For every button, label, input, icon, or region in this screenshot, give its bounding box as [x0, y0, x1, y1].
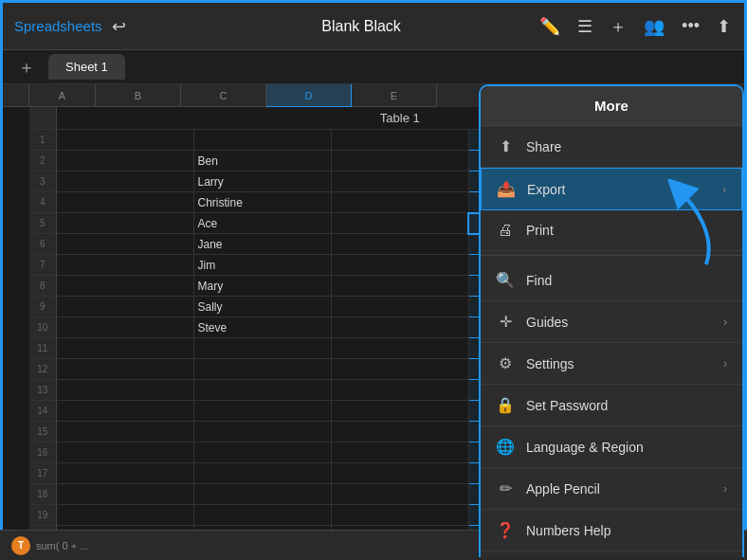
menu-item-guides[interactable]: ✛Guides›: [481, 301, 742, 343]
find-icon: 🔍: [496, 271, 515, 289]
grid-cell[interactable]: [331, 255, 468, 276]
formula-bar[interactable]: sum( 0 + ...: [36, 540, 88, 551]
grid-cell[interactable]: [56, 380, 193, 401]
grid-cell[interactable]: [331, 338, 468, 359]
history-button[interactable]: ↩: [110, 14, 128, 39]
grid-cell[interactable]: [331, 380, 468, 401]
grid-cell[interactable]: [56, 338, 193, 359]
grid-cell[interactable]: [331, 443, 468, 463]
grid-cell[interactable]: [193, 484, 331, 505]
grid-cell[interactable]: [193, 443, 331, 463]
grid-cell[interactable]: [331, 484, 468, 505]
menu-item-applepencil[interactable]: ✏Apple Pencil›: [481, 468, 742, 510]
grid-cell[interactable]: [331, 234, 468, 255]
share-label: Share: [526, 139, 727, 154]
grid-cell[interactable]: [331, 192, 468, 213]
grid-cell[interactable]: [56, 297, 193, 317]
grid-cell[interactable]: Steve: [193, 317, 331, 338]
grid-cell[interactable]: [193, 130, 331, 151]
share-button[interactable]: ⬆: [715, 14, 733, 39]
export-chevron-icon: ›: [722, 183, 726, 196]
print-icon: 🖨: [496, 222, 515, 239]
grid-cell[interactable]: Mary: [193, 276, 331, 297]
app-name[interactable]: Spreadsheets: [14, 18, 102, 34]
grid-cell[interactable]: [56, 505, 193, 526]
grid-cell[interactable]: [193, 380, 331, 401]
row-number: 13: [29, 380, 56, 401]
numbershelp-icon: ❓: [496, 521, 515, 539]
grid-cell[interactable]: [331, 213, 468, 234]
grid-cell[interactable]: [56, 359, 193, 380]
sheet-tab[interactable]: Sheet 1: [48, 54, 125, 80]
guides-icon: ✛: [496, 313, 515, 331]
applepencil-icon: ✏: [496, 479, 515, 497]
grid-cell[interactable]: [331, 505, 468, 526]
grid-cell[interactable]: [331, 422, 468, 443]
grid-cell[interactable]: [56, 213, 193, 234]
grid-cell[interactable]: Sally: [193, 297, 331, 317]
menu-item-share[interactable]: ⬆Share: [481, 126, 742, 168]
grid-cell[interactable]: [56, 317, 193, 338]
grid-cell[interactable]: Jim: [193, 255, 331, 276]
menu-item-language[interactable]: 🌐Language & Region: [481, 426, 742, 468]
grid-cell[interactable]: [331, 463, 468, 484]
grid-cell[interactable]: Jane: [193, 234, 331, 255]
grid-cell[interactable]: Christine: [193, 192, 331, 213]
grid-cell[interactable]: Ace: [193, 213, 331, 234]
grid-cell[interactable]: Ben: [193, 151, 331, 172]
grid-cell[interactable]: [56, 463, 193, 484]
col-header-c: C: [181, 84, 266, 107]
grid-cell[interactable]: [56, 172, 193, 192]
grid-cell[interactable]: [193, 401, 331, 422]
grid-cell[interactable]: [331, 151, 468, 172]
menu-item-numbershelp[interactable]: ❓Numbers Help: [481, 510, 742, 551]
grid-cell[interactable]: [56, 401, 193, 422]
grid-cell[interactable]: [331, 317, 468, 338]
grid-cell[interactable]: [193, 505, 331, 526]
grid-cell[interactable]: [56, 484, 193, 505]
menu-item-print[interactable]: 🖨Print: [481, 210, 742, 251]
settings-chevron-icon: ›: [723, 357, 727, 370]
row-number: 2: [29, 151, 56, 172]
grid-cell[interactable]: [56, 255, 193, 276]
top-bar-right: ✏️ ☰ ＋ 👥 ••• ⬆: [537, 13, 733, 40]
grid-cell[interactable]: [193, 338, 331, 359]
grid-cell[interactable]: [331, 401, 468, 422]
grid-cell[interactable]: [331, 297, 468, 317]
grid-cell[interactable]: [56, 130, 193, 151]
grid-cell[interactable]: [193, 463, 331, 484]
grid-cell[interactable]: [193, 422, 331, 443]
grid-cell[interactable]: [56, 443, 193, 463]
format-button[interactable]: ☰: [575, 14, 594, 39]
grid-cell[interactable]: [56, 234, 193, 255]
more-button[interactable]: •••: [680, 14, 701, 38]
guides-label: Guides: [526, 315, 712, 330]
row-number: 9: [29, 297, 56, 317]
grid-cell[interactable]: [331, 172, 468, 192]
row-number: 19: [29, 505, 56, 526]
grid-cell[interactable]: [56, 276, 193, 297]
menu-item-setpassword[interactable]: 🔒Set Password: [481, 385, 742, 426]
menu-item-find[interactable]: 🔍Find: [481, 260, 742, 301]
menu-item-export[interactable]: 📤Export›: [481, 168, 742, 210]
grid-cell[interactable]: [331, 130, 468, 151]
row-number: 15: [29, 422, 56, 443]
row-number: 7: [29, 255, 56, 276]
bottom-left: T sum( 0 + ...: [11, 536, 88, 555]
grid-cell[interactable]: Larry: [193, 172, 331, 192]
grid-cell[interactable]: [56, 422, 193, 443]
dropdown-menu: More ⬆Share📤Export›🖨Print🔍Find✛Guides›⚙S…: [479, 84, 744, 560]
grid-cell[interactable]: [56, 151, 193, 172]
grid-cell[interactable]: [331, 359, 468, 380]
grid-cell[interactable]: [331, 276, 468, 297]
row-number: 12: [29, 359, 56, 380]
row-number: 18: [29, 484, 56, 505]
collab-button[interactable]: 👥: [642, 14, 666, 39]
add-sheet-button[interactable]: ＋: [12, 56, 41, 79]
grid-cell[interactable]: [193, 359, 331, 380]
menu-item-settings[interactable]: ⚙Settings›: [481, 343, 742, 385]
add-button[interactable]: ＋: [608, 13, 629, 40]
annotate-button[interactable]: ✏️: [537, 14, 562, 39]
row-number: 10: [29, 317, 56, 338]
grid-cell[interactable]: [56, 192, 193, 213]
